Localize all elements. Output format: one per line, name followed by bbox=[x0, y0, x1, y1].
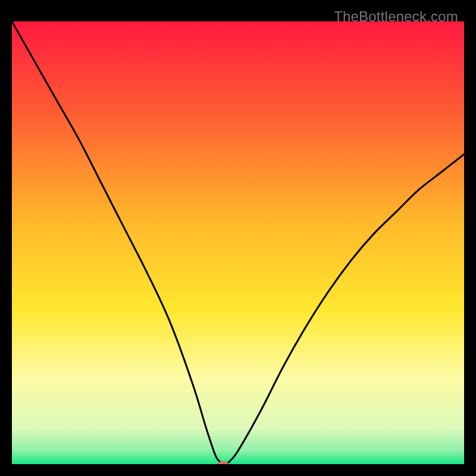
chart-frame: TheBottleneck.com bbox=[7, 7, 469, 469]
gradient-background bbox=[12, 21, 464, 464]
plot-area bbox=[12, 21, 464, 464]
bottleneck-chart bbox=[12, 21, 464, 464]
